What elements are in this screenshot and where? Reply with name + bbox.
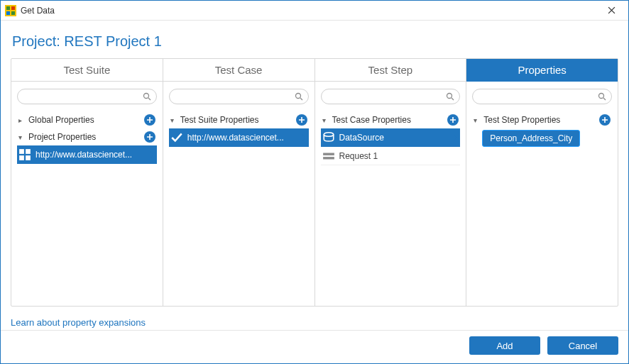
column-header-test-suite: Test Suite <box>11 59 163 82</box>
list-item[interactable]: Request 1 <box>321 147 461 165</box>
svg-rect-1 <box>6 6 10 10</box>
close-button[interactable] <box>597 1 625 21</box>
svg-rect-16 <box>323 153 334 155</box>
add-button[interactable]: Add <box>469 336 540 355</box>
chevron-down-icon: ▾ <box>474 116 481 124</box>
svg-rect-10 <box>26 155 31 160</box>
group-label: Project Properties <box>28 132 144 142</box>
search-test-suite <box>17 89 157 104</box>
svg-rect-2 <box>11 6 15 10</box>
search-test-case <box>169 89 309 104</box>
add-button[interactable] <box>599 114 611 126</box>
column-header-properties: Properties <box>466 59 618 82</box>
property-item-selected[interactable]: Person_Address_City <box>482 130 580 147</box>
search-properties <box>472 89 612 104</box>
titlebar: Get Data <box>1 1 628 21</box>
column-test-step: Test Step ▾ Test Case Properties <box>315 59 467 306</box>
group-project-properties[interactable]: ▾ Project Properties <box>17 128 157 145</box>
chevron-down-icon: ▾ <box>170 116 177 124</box>
chevron-down-icon: ▾ <box>18 133 26 141</box>
search-input[interactable] <box>472 89 612 104</box>
dialog-buttons: Add Cancel <box>469 336 618 355</box>
group-test-step-properties[interactable]: ▾ Test Step Properties <box>472 111 612 128</box>
svg-rect-9 <box>19 155 24 160</box>
close-icon <box>608 6 616 14</box>
add-button[interactable] <box>144 131 155 143</box>
list-item[interactable]: http://www.datasciencet... <box>17 145 157 164</box>
group-label: Global Properties <box>28 115 144 125</box>
list-item[interactable]: http://www.datasciencet... <box>169 128 309 147</box>
chevron-right-icon <box>147 151 157 158</box>
check-icon <box>170 131 183 144</box>
svg-rect-7 <box>19 149 24 154</box>
item-label: DataSource <box>339 133 449 143</box>
divider <box>1 330 628 331</box>
svg-point-15 <box>324 132 334 136</box>
add-button[interactable] <box>447 114 459 126</box>
request-icon <box>322 150 335 162</box>
search-input[interactable] <box>169 89 309 104</box>
learn-link[interactable]: Learn about property expansions <box>11 317 146 328</box>
add-button[interactable] <box>144 114 155 126</box>
group-test-suite-properties[interactable]: ▾ Test Suite Properties <box>169 111 309 128</box>
column-test-case: Test Case ▾ Test Suite Properties <box>163 59 315 306</box>
group-label: Test Suite Properties <box>180 115 296 125</box>
column-properties: Properties ▾ Test Step Properties Person… <box>466 59 618 306</box>
chevron-right-icon <box>450 134 460 141</box>
column-header-test-step: Test Step <box>315 59 466 82</box>
cancel-button[interactable]: Cancel <box>547 336 618 355</box>
window-title: Get Data <box>21 6 55 16</box>
chevron-right-icon: ▸ <box>18 116 26 124</box>
item-label: http://www.datasciencet... <box>187 133 297 143</box>
add-button[interactable] <box>296 114 307 126</box>
svg-rect-8 <box>26 149 31 154</box>
group-label: Test Case Properties <box>332 115 448 125</box>
project-title: Project: REST Project 1 <box>12 33 618 50</box>
group-test-case-properties[interactable]: ▾ Test Case Properties <box>321 111 461 128</box>
chevron-right-icon <box>299 134 309 141</box>
svg-rect-3 <box>6 11 10 15</box>
app-icon <box>5 5 16 16</box>
search-input[interactable] <box>321 89 461 104</box>
list-item[interactable]: DataSource <box>321 128 461 147</box>
grid-icon <box>18 148 31 161</box>
search-test-step <box>321 89 461 104</box>
item-label: http://www.datasciencet... <box>35 150 146 160</box>
group-label: Test Step Properties <box>483 115 599 125</box>
svg-rect-4 <box>11 11 15 15</box>
columns-container: Test Suite ▸ Global Properties ▾ Project… <box>11 58 618 307</box>
datasource-icon <box>322 131 335 144</box>
search-input[interactable] <box>17 89 157 104</box>
column-test-suite: Test Suite ▸ Global Properties ▾ Project… <box>11 59 163 306</box>
item-label: Request 1 <box>339 151 461 161</box>
column-header-test-case: Test Case <box>163 59 314 82</box>
svg-rect-17 <box>323 157 334 159</box>
chevron-down-icon: ▾ <box>322 116 329 124</box>
group-global-properties[interactable]: ▸ Global Properties <box>17 111 157 128</box>
